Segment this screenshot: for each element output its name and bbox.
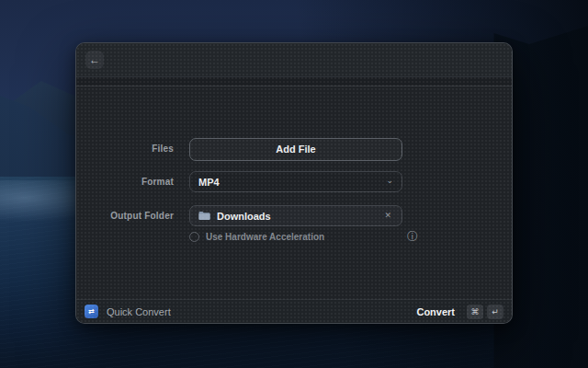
format-dropdown-value: MP4 (198, 177, 386, 188)
format-dropdown[interactable]: MP4 ⌄ (189, 171, 402, 192)
hardware-acceleration-checkbox[interactable]: Use Hardware Acceleration (189, 232, 324, 242)
action-bar: ⇄ Quick Convert Convert ⌘ ↵ (76, 299, 512, 323)
quick-convert-window: ← Files Add File Format MP4 ⌄ Output Fol… (75, 42, 513, 324)
command-title: Quick Convert (107, 306, 416, 317)
convert-form: Files Add File Format MP4 ⌄ Output Folde… (76, 86, 512, 298)
checkbox-circle-icon (189, 232, 199, 242)
output-folder-value: Downloads (217, 211, 382, 222)
window-header: ← (76, 43, 512, 77)
return-key-icon: ↵ (487, 305, 503, 319)
convert-button[interactable]: Convert (416, 306, 455, 317)
add-file-button[interactable]: Add File (189, 138, 402, 161)
header-sub-strip (76, 77, 512, 86)
folder-icon (198, 211, 210, 221)
info-icon[interactable]: ⓘ (407, 230, 418, 243)
output-folder-tag[interactable]: Downloads ✕ (189, 205, 402, 226)
chevron-down-icon: ⌄ (386, 177, 393, 185)
back-arrow-icon: ← (89, 53, 100, 66)
output-folder-label: Output Folder (76, 211, 174, 221)
command-key-icon: ⌘ (467, 305, 483, 319)
quick-convert-app-icon: ⇄ (85, 305, 98, 318)
back-button[interactable]: ← (85, 51, 104, 69)
remove-folder-icon[interactable]: ✕ (382, 210, 393, 222)
hardware-acceleration-label: Use Hardware Acceleration (206, 232, 324, 242)
format-label: Format (76, 177, 174, 187)
files-label: Files (76, 144, 174, 154)
